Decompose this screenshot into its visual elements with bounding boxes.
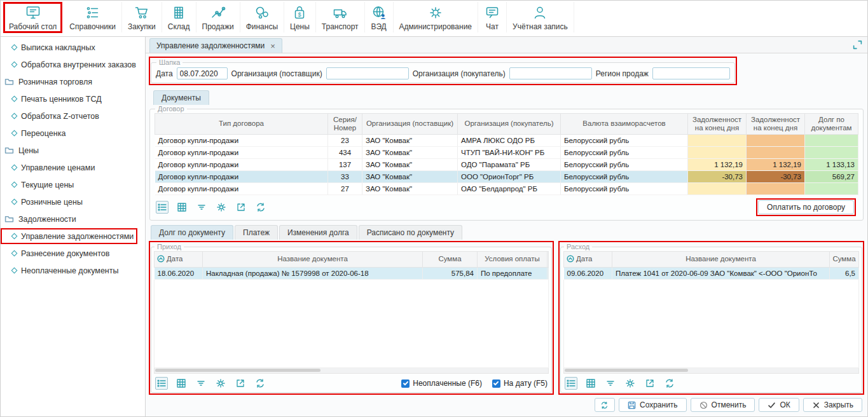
horizontal-scrollbar[interactable] — [154, 368, 549, 374]
sidebar-item-debt-management[interactable]: Управление задолженностями — [1, 228, 137, 244]
settings-gear-icon[interactable] — [214, 377, 227, 390]
column-header[interactable]: Условия оплаты — [478, 252, 548, 268]
table-row-selected[interactable]: Договор купли-продажи33ЗАО "Комвак"ООО "… — [155, 171, 858, 183]
grid-view-icon[interactable] — [175, 377, 188, 390]
refresh-icon[interactable] — [254, 377, 266, 390]
toolbar-item-prices[interactable]: $ Цены — [284, 2, 316, 32]
sidebar-item-revaluation[interactable]: Переоценка — [1, 125, 145, 142]
sidebar-folder-retail[interactable]: Розничная торговля — [1, 73, 145, 90]
sidebar-item-internal-orders[interactable]: Обработка внутренних заказов — [1, 56, 145, 73]
filter-icon[interactable] — [195, 377, 207, 390]
refresh-button[interactable] — [595, 398, 615, 412]
column-header[interactable]: Серия/ Номер — [328, 114, 362, 135]
toolbar-item-warehouse[interactable]: Склад — [162, 2, 196, 32]
filter-icon[interactable] — [604, 377, 617, 390]
list-view-icon[interactable] — [156, 201, 169, 214]
export-icon[interactable] — [235, 201, 247, 214]
toolbar-item-desktop[interactable]: Рабочий стол — [3, 2, 62, 33]
column-header[interactable]: Организация (покупатель) — [458, 114, 561, 135]
table-row[interactable]: Договор купли-продажи27ЗАО "Комвак"ОАО "… — [155, 183, 858, 195]
grid-view-icon[interactable] — [176, 201, 188, 214]
ok-button[interactable]: ОК — [759, 398, 799, 412]
column-header[interactable]: Задолженност на конец дня — [747, 114, 805, 135]
unpaid-checkbox[interactable]: Неоплаченные (F6) — [401, 379, 482, 388]
scrollbar-thumb[interactable] — [155, 369, 320, 372]
tab-bar: Управление задолженностями × — [146, 37, 867, 53]
date-field[interactable] — [177, 67, 228, 79]
settings-gear-icon[interactable] — [624, 377, 637, 390]
pay-by-contract-button[interactable]: Оплатить по договору — [758, 200, 854, 214]
toolbar-item-sales[interactable]: Продажи — [196, 2, 240, 32]
supplier-org-field[interactable] — [326, 67, 409, 79]
toolbar-item-chat[interactable]: Чат — [478, 2, 507, 32]
list-view-icon[interactable] — [565, 377, 577, 390]
expense-row-selected[interactable]: 09.06.2020 Платеж 1041 от 2020-06-09 ЗАО… — [564, 268, 859, 280]
cancel-button[interactable]: Отменить — [691, 398, 755, 412]
filter-icon[interactable] — [195, 201, 208, 214]
sales-region-field[interactable] — [652, 67, 730, 79]
export-icon[interactable] — [644, 377, 656, 390]
sidebar-item-current-prices[interactable]: Текущие цены — [1, 176, 145, 193]
tab-debt-by-document[interactable]: Долг по документу — [151, 225, 233, 240]
table-row[interactable]: Договор купли-продажи434ЗАО "Комвак"ЧТУП… — [155, 147, 858, 159]
column-header[interactable]: Название документа — [612, 252, 830, 268]
column-header — [548, 252, 549, 268]
column-header[interactable]: Тип договора — [155, 114, 328, 135]
tab-debt-management[interactable]: Управление задолженностями × — [149, 38, 282, 53]
toolbar-item-finance[interactable]: Финансы — [240, 2, 284, 32]
sidebar-item-retail-prices[interactable]: Розничные цены — [1, 193, 145, 210]
list-view-icon[interactable] — [155, 377, 168, 390]
column-header-date[interactable]: Дата — [155, 252, 203, 268]
toolbar-item-transport[interactable]: Транспорт — [316, 2, 365, 32]
column-header[interactable]: Название документа — [203, 252, 423, 268]
toolbar-item-administration[interactable]: Администрирование — [394, 2, 478, 32]
sidebar-item-price-labels-tsd[interactable]: Печать ценников ТСД — [1, 90, 145, 107]
save-button[interactable]: Сохранить — [619, 398, 687, 412]
toolbar-item-account[interactable]: Учётная запись — [507, 2, 574, 32]
contracts-header-row: Тип договора Серия/ Номер Организация (п… — [155, 114, 858, 135]
sidebar-item-price-management[interactable]: Управление ценами — [1, 159, 145, 176]
close-button[interactable]: Закрыть — [803, 398, 862, 412]
sidebar-folder-debts[interactable]: Задолженности — [1, 210, 145, 228]
sidebar-item-unpaid-documents[interactable]: Неоплаченные документы — [1, 262, 145, 279]
expense-header-row: Дата Название документа Сумма — [564, 252, 859, 268]
table-row[interactable]: Договор купли-продажи137ЗАО "Комвак"ОДО … — [155, 159, 858, 171]
sidebar-item-invoice-issue[interactable]: Выписка накладных — [1, 39, 145, 56]
income-header-row: Дата Название документа Сумма Условия оп… — [155, 252, 549, 268]
toolbar-item-directories[interactable]: Справочники — [64, 2, 122, 32]
tab-documents[interactable]: Документы — [153, 90, 209, 105]
settings-gear-icon[interactable] — [215, 201, 228, 214]
buyer-org-field[interactable] — [509, 67, 592, 79]
tab-payment[interactable]: Платеж — [235, 225, 278, 240]
expand-icon[interactable] — [853, 40, 862, 50]
sidebar-folder-prices[interactable]: Цены — [1, 142, 145, 159]
column-header[interactable]: Валюта взаиморасчетов — [561, 114, 688, 135]
column-header[interactable]: Сумма — [423, 252, 478, 268]
column-header[interactable]: Сумма — [830, 252, 859, 268]
tab-allocated-by-document[interactable]: Расписано по документу — [359, 225, 462, 240]
column-header[interactable]: Долг по документам — [805, 114, 858, 135]
detail-panels: Приход Дата Название документа Сумма Усл… — [149, 241, 864, 395]
refresh-icon[interactable] — [254, 201, 267, 214]
export-icon[interactable] — [234, 377, 247, 390]
sidebar-item-z-reports[interactable]: Обработка Z-отчетов — [1, 107, 145, 125]
tab-debt-changes[interactable]: Изменения долга — [279, 225, 357, 240]
application-window: Рабочий стол Справочники Закупки Склад П… — [0, 0, 868, 417]
column-header-date[interactable]: Дата — [564, 252, 612, 268]
income-panel-legend: Приход — [155, 243, 184, 250]
grid-view-icon[interactable] — [584, 377, 597, 390]
checkbox-checked-icon — [492, 379, 500, 388]
toolbar-item-purchases[interactable]: Закупки — [122, 2, 162, 32]
horizontal-scrollbar[interactable] — [563, 368, 859, 374]
sidebar-item-document-allocation[interactable]: Разнесение документов — [1, 245, 145, 262]
column-header[interactable]: Задолженност на конец дня — [688, 114, 747, 135]
toolbar-item-foreign-trade[interactable]: ВЭД — [365, 2, 394, 32]
on-date-checkbox[interactable]: На дату (F5) — [492, 379, 548, 388]
main-toolbar: Рабочий стол Справочники Закупки Склад П… — [1, 1, 867, 37]
column-header[interactable]: Организация (поставщик) — [362, 114, 458, 135]
table-row[interactable]: Договор купли-продажи23ЗАО "Комвак"АМРА … — [155, 135, 858, 147]
income-row-selected[interactable]: 18.06.2020 Накладная (продажа) № 1579998… — [155, 268, 549, 280]
tab-close-icon[interactable]: × — [270, 42, 275, 50]
refresh-icon[interactable] — [663, 377, 676, 390]
scrollbar-thumb[interactable] — [565, 369, 688, 372]
